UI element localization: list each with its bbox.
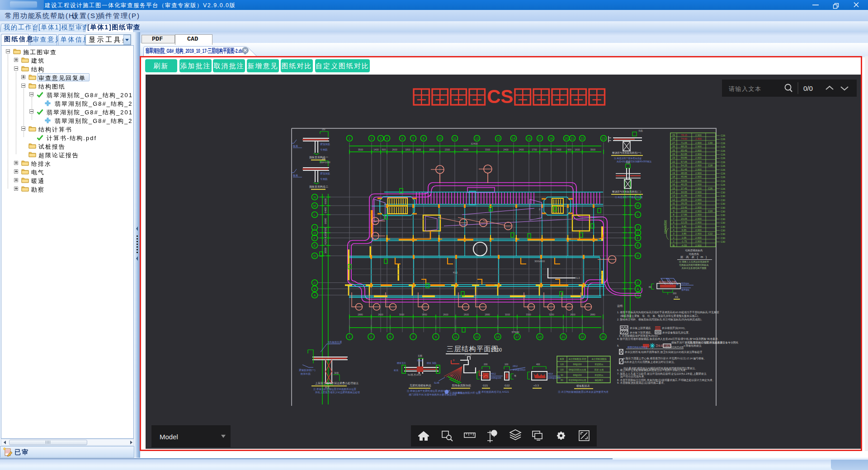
svg-text:15: 15 <box>672 187 675 190</box>
svg-text:5.: 5. <box>617 344 619 347</box>
svg-text:2.900: 2.900 <box>695 217 702 220</box>
svg-text:楼板配筋表: 楼板配筋表 <box>576 384 590 388</box>
svg-text:23: 23 <box>601 335 605 338</box>
svg-text:23: 23 <box>602 137 605 140</box>
svg-text:楼板开洞尺寸见图,预留洞口位置,详见建筑及设备专业图纸: 楼板开洞尺寸见图,预留洞口位置,详见建筑及设备专业图纸 <box>671 341 738 344</box>
svg-text:2400: 2400 <box>503 148 509 151</box>
svg-text:43.05: 43.05 <box>681 179 687 182</box>
svg-text:20: 20 <box>672 168 675 171</box>
svg-text:C26: C26 <box>721 142 725 145</box>
svg-text:H: H <box>637 231 639 235</box>
svg-text:2.900: 2.900 <box>695 156 702 159</box>
svg-text:2. 除特殊注明外、楼板面标高同层标高;未注明板顶标高(均为: 2. 除特殊注明外、楼板面标高同层标高;未注明板顶标高(均为结构完成面)。 <box>617 318 704 321</box>
svg-text:9000: 9000 <box>324 218 327 224</box>
svg-text:7: 7 <box>412 137 414 140</box>
svg-text:C26: C26 <box>721 169 725 171</box>
svg-text:3400: 3400 <box>463 148 469 151</box>
svg-text:37.45: 37.45 <box>681 187 687 190</box>
svg-text:21: 21 <box>571 137 574 140</box>
svg-text:3500: 3500 <box>590 148 596 151</box>
svg-text:注:构造适用于平面高差加腋: 注:构造适用于平面高差加腋 <box>615 196 642 199</box>
svg-text:C30: C30 <box>721 202 725 205</box>
svg-text:2.900: 2.900 <box>695 198 702 201</box>
svg-text:900: 900 <box>567 148 571 151</box>
svg-text:4500: 4500 <box>324 227 327 233</box>
svg-text:4: 4 <box>386 137 388 140</box>
svg-text:23: 23 <box>672 156 675 159</box>
svg-text:2400: 2400 <box>519 148 524 151</box>
svg-text:B: B <box>314 287 316 291</box>
svg-text:45°: 45° <box>450 375 453 377</box>
svg-text:71.05: 71.05 <box>681 141 687 144</box>
svg-text:2.900: 2.900 <box>695 164 702 167</box>
svg-text:120: 120 <box>560 363 564 366</box>
svg-text:2.900: 2.900 <box>695 213 702 216</box>
svg-text:400: 400 <box>536 363 540 366</box>
svg-text:6.65: 6.65 <box>682 229 687 231</box>
svg-text:1: 1 <box>673 240 674 243</box>
svg-text:2.900: 2.900 <box>695 232 702 235</box>
svg-text:具体详见各层结构平面图: 具体详见各层结构平面图 <box>682 267 707 270</box>
svg-text:4. 除平面注明者外楼板钢筋,板底筋伸入支座≥5d且至墙/梁: 4. 除平面注明者外楼板钢筋,板底筋伸入支座≥5d且至墙/梁中线,按"04系列图… <box>617 337 719 341</box>
svg-text:7: 7 <box>673 217 674 220</box>
svg-text:1700: 1700 <box>532 148 537 151</box>
svg-text:2880: 2880 <box>590 313 595 316</box>
svg-text:5: 5 <box>673 225 674 228</box>
svg-text:250: 250 <box>322 158 326 160</box>
svg-text:C30: C30 <box>721 214 725 216</box>
svg-text:加强: 加强 <box>334 371 339 375</box>
svg-text:59.85: 59.85 <box>681 156 687 159</box>
svg-text:200: 200 <box>484 363 488 366</box>
svg-text:32400: 32400 <box>471 142 477 145</box>
svg-text:17: 17 <box>515 335 519 338</box>
svg-text:8: 8 <box>673 213 674 216</box>
svg-text:51.45: 51.45 <box>681 168 687 171</box>
svg-text:9. 本层楼板浇筑需满足(总)说明施工要求。: 9. 本层楼板浇筑需满足(总)说明施工要求。 <box>617 381 666 385</box>
svg-text:100: 100 <box>505 363 509 366</box>
svg-text:3450: 3450 <box>422 313 427 316</box>
svg-text:双层双向: 双层双向 <box>594 374 603 376</box>
svg-text:整浇层与屋面标高构造(一): 整浇层与屋面标高构造(一) <box>612 151 641 155</box>
svg-text:(钢筋混凝土梁板、墙、柱、板、预留孔洞等位置需预先复核后施工: (钢筋混凝土梁板、墙、柱、板、预留孔洞等位置需预先复核后施工)。 <box>620 314 701 318</box>
svg-text:11: 11 <box>453 137 456 140</box>
svg-text:22: 22 <box>580 335 584 338</box>
svg-text:2.900: 2.900 <box>695 183 702 186</box>
svg-text:0/0: 0/0 <box>803 85 813 92</box>
svg-text:26: 26 <box>672 145 675 148</box>
svg-text:19: 19 <box>538 335 542 338</box>
svg-text:4200: 4200 <box>324 238 327 244</box>
svg-text:Φ8@200: Φ8@200 <box>573 374 582 376</box>
svg-text:梁顶加筋: 梁顶加筋 <box>320 142 330 146</box>
svg-text:箍Φ6@200(2): 箍Φ6@200(2) <box>513 369 526 371</box>
svg-text:29.05: 29.05 <box>681 198 687 201</box>
svg-text:见图: 见图 <box>418 354 422 357</box>
svg-text:C30: C30 <box>721 237 725 240</box>
svg-text:29: 29 <box>672 134 675 136</box>
svg-text:G21: G21 <box>483 384 488 387</box>
svg-text:57600: 57600 <box>512 331 519 334</box>
svg-text:整浇层与屋面标高构造(二): 整浇层与屋面标高构造(二) <box>612 190 641 193</box>
svg-text:20: 20 <box>565 137 568 140</box>
svg-text:F: F <box>314 237 316 240</box>
svg-text:双层Φ8@200拉通: 双层Φ8@200拉通 <box>569 379 586 381</box>
svg-text:2.900: 2.900 <box>695 141 702 144</box>
svg-text:如不符合以现场为准。: 如不符合以现场为准。 <box>620 375 646 378</box>
svg-text:24: 24 <box>672 153 675 155</box>
svg-text:C26: C26 <box>708 187 712 190</box>
svg-text:无梁托墙楼板构造: 无梁托墙楼板构造 <box>410 384 431 387</box>
svg-text:12: 12 <box>475 137 479 140</box>
svg-text:M16锚栓: M16锚栓 <box>681 282 689 285</box>
svg-text:10: 10 <box>438 137 442 140</box>
svg-text:10: 10 <box>672 206 675 209</box>
svg-text:62.65: 62.65 <box>681 153 687 155</box>
svg-text:250: 250 <box>322 128 326 131</box>
svg-text:专用筋: 专用筋 <box>320 148 328 151</box>
svg-text:21: 21 <box>672 164 675 167</box>
svg-text:2.900: 2.900 <box>695 175 702 178</box>
svg-text:Φ8@200: Φ8@200 <box>573 363 582 366</box>
svg-text:b≤墙,且≤h/2: b≤墙,且≤h/2 <box>408 373 421 376</box>
svg-text:90d=1x100: 90d=1x100 <box>320 161 330 164</box>
svg-text:A: A <box>314 294 316 297</box>
svg-text:3300: 3300 <box>526 313 531 316</box>
svg-text:2.900: 2.900 <box>695 145 702 148</box>
